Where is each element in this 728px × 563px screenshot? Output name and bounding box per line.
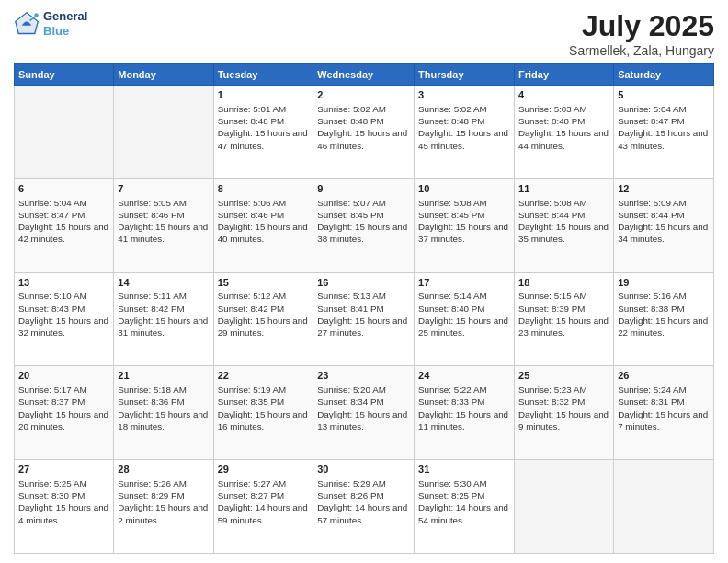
day-info: Sunrise: 5:10 AM Sunset: 8:43 PM Dayligh…	[18, 290, 109, 339]
calendar-cell	[15, 86, 114, 179]
calendar-cell	[614, 460, 714, 554]
calendar-week-4: 20Sunrise: 5:17 AM Sunset: 8:37 PM Dayli…	[15, 366, 714, 460]
weekday-header-wednesday: Wednesday	[313, 64, 415, 86]
day-number: 5	[618, 88, 710, 102]
day-info: Sunrise: 5:14 AM Sunset: 8:40 PM Dayligh…	[418, 290, 510, 339]
calendar-cell: 18Sunrise: 5:15 AM Sunset: 8:39 PM Dayli…	[515, 272, 614, 366]
day-number: 7	[118, 182, 209, 196]
calendar-cell: 3Sunrise: 5:02 AM Sunset: 8:48 PM Daylig…	[415, 86, 515, 179]
page: General Blue July 2025 Sarmellek, Zala, …	[0, 0, 728, 563]
day-number: 20	[18, 369, 109, 383]
calendar-week-2: 6Sunrise: 5:04 AM Sunset: 8:47 PM Daylig…	[15, 178, 714, 272]
header: General Blue July 2025 Sarmellek, Zala, …	[14, 9, 714, 58]
day-number: 29	[218, 463, 310, 477]
day-number: 6	[18, 182, 109, 196]
day-number: 26	[618, 369, 710, 383]
logo-text: General Blue	[43, 9, 87, 38]
day-number: 17	[418, 276, 510, 290]
day-info: Sunrise: 5:19 AM Sunset: 8:35 PM Dayligh…	[218, 384, 310, 432]
day-info: Sunrise: 5:16 AM Sunset: 8:38 PM Dayligh…	[618, 290, 710, 339]
day-info: Sunrise: 5:04 AM Sunset: 8:47 PM Dayligh…	[18, 197, 109, 246]
calendar-week-5: 27Sunrise: 5:25 AM Sunset: 8:30 PM Dayli…	[15, 460, 714, 554]
calendar-cell: 15Sunrise: 5:12 AM Sunset: 8:42 PM Dayli…	[213, 272, 313, 366]
calendar-cell: 11Sunrise: 5:08 AM Sunset: 8:44 PM Dayli…	[515, 178, 614, 272]
day-info: Sunrise: 5:24 AM Sunset: 8:31 PM Dayligh…	[618, 384, 710, 432]
day-info: Sunrise: 5:04 AM Sunset: 8:47 PM Dayligh…	[618, 103, 710, 152]
main-title: July 2025	[569, 9, 714, 43]
day-number: 15	[218, 276, 310, 290]
day-info: Sunrise: 5:06 AM Sunset: 8:46 PM Dayligh…	[218, 197, 310, 246]
day-number: 27	[18, 463, 109, 477]
weekday-header-saturday: Saturday	[614, 64, 714, 86]
svg-point-3	[34, 13, 38, 17]
calendar-cell: 20Sunrise: 5:17 AM Sunset: 8:37 PM Dayli…	[15, 366, 114, 460]
day-info: Sunrise: 5:30 AM Sunset: 8:25 PM Dayligh…	[418, 477, 510, 526]
day-number: 10	[418, 182, 510, 196]
day-info: Sunrise: 5:25 AM Sunset: 8:30 PM Dayligh…	[18, 477, 109, 526]
calendar-cell: 22Sunrise: 5:19 AM Sunset: 8:35 PM Dayli…	[213, 366, 313, 460]
calendar-cell: 19Sunrise: 5:16 AM Sunset: 8:38 PM Dayli…	[614, 272, 714, 366]
day-number: 25	[518, 369, 609, 383]
day-number: 18	[518, 276, 609, 290]
day-info: Sunrise: 5:23 AM Sunset: 8:32 PM Dayligh…	[518, 384, 609, 432]
weekday-header-monday: Monday	[114, 64, 213, 86]
day-number: 4	[518, 88, 609, 102]
calendar-cell: 25Sunrise: 5:23 AM Sunset: 8:32 PM Dayli…	[515, 366, 614, 460]
day-number: 14	[118, 276, 209, 290]
logo: General Blue	[14, 9, 87, 38]
calendar-cell: 6Sunrise: 5:04 AM Sunset: 8:47 PM Daylig…	[15, 178, 114, 272]
day-number: 21	[118, 369, 209, 383]
weekday-header-tuesday: Tuesday	[213, 64, 313, 86]
day-number: 24	[418, 369, 510, 383]
calendar-cell: 24Sunrise: 5:22 AM Sunset: 8:33 PM Dayli…	[415, 366, 515, 460]
day-info: Sunrise: 5:01 AM Sunset: 8:48 PM Dayligh…	[218, 103, 310, 152]
day-info: Sunrise: 5:13 AM Sunset: 8:41 PM Dayligh…	[317, 290, 410, 339]
calendar-cell	[515, 460, 614, 554]
day-number: 8	[218, 182, 310, 196]
calendar-cell: 27Sunrise: 5:25 AM Sunset: 8:30 PM Dayli…	[15, 460, 114, 554]
calendar-cell: 17Sunrise: 5:14 AM Sunset: 8:40 PM Dayli…	[415, 272, 515, 366]
day-number: 28	[118, 463, 209, 477]
day-info: Sunrise: 5:12 AM Sunset: 8:42 PM Dayligh…	[218, 290, 310, 339]
calendar-cell: 13Sunrise: 5:10 AM Sunset: 8:43 PM Dayli…	[15, 272, 114, 366]
calendar-cell: 21Sunrise: 5:18 AM Sunset: 8:36 PM Dayli…	[114, 366, 213, 460]
logo-icon	[14, 11, 40, 37]
calendar-cell	[114, 86, 213, 179]
day-info: Sunrise: 5:03 AM Sunset: 8:48 PM Dayligh…	[518, 103, 609, 152]
calendar-cell: 30Sunrise: 5:29 AM Sunset: 8:26 PM Dayli…	[313, 460, 415, 554]
calendar-cell: 4Sunrise: 5:03 AM Sunset: 8:48 PM Daylig…	[515, 86, 614, 179]
calendar-cell: 7Sunrise: 5:05 AM Sunset: 8:46 PM Daylig…	[114, 178, 213, 272]
day-info: Sunrise: 5:08 AM Sunset: 8:44 PM Dayligh…	[518, 197, 609, 246]
day-info: Sunrise: 5:18 AM Sunset: 8:36 PM Dayligh…	[118, 384, 209, 432]
calendar-cell: 28Sunrise: 5:26 AM Sunset: 8:29 PM Dayli…	[114, 460, 213, 554]
day-number: 9	[317, 182, 410, 196]
title-block: July 2025 Sarmellek, Zala, Hungary	[569, 9, 714, 58]
calendar-cell: 29Sunrise: 5:27 AM Sunset: 8:27 PM Dayli…	[213, 460, 313, 554]
day-number: 16	[317, 276, 410, 290]
calendar-cell: 23Sunrise: 5:20 AM Sunset: 8:34 PM Dayli…	[313, 366, 415, 460]
calendar-cell: 26Sunrise: 5:24 AM Sunset: 8:31 PM Dayli…	[614, 366, 714, 460]
day-number: 12	[618, 182, 710, 196]
calendar-cell: 14Sunrise: 5:11 AM Sunset: 8:42 PM Dayli…	[114, 272, 213, 366]
day-number: 19	[618, 276, 710, 290]
day-info: Sunrise: 5:29 AM Sunset: 8:26 PM Dayligh…	[317, 477, 410, 526]
calendar-cell: 8Sunrise: 5:06 AM Sunset: 8:46 PM Daylig…	[213, 178, 313, 272]
day-number: 3	[418, 88, 510, 102]
calendar-cell: 31Sunrise: 5:30 AM Sunset: 8:25 PM Dayli…	[415, 460, 515, 554]
day-number: 30	[317, 463, 410, 477]
day-info: Sunrise: 5:02 AM Sunset: 8:48 PM Dayligh…	[418, 103, 510, 152]
calendar-cell: 12Sunrise: 5:09 AM Sunset: 8:44 PM Dayli…	[614, 178, 714, 272]
day-number: 31	[418, 463, 510, 477]
weekday-header-friday: Friday	[515, 64, 614, 86]
day-number: 23	[317, 369, 410, 383]
calendar-cell: 2Sunrise: 5:02 AM Sunset: 8:48 PM Daylig…	[313, 86, 415, 179]
day-number: 2	[317, 88, 410, 102]
weekday-header-row: SundayMondayTuesdayWednesdayThursdayFrid…	[15, 64, 714, 86]
day-info: Sunrise: 5:09 AM Sunset: 8:44 PM Dayligh…	[618, 197, 710, 246]
day-info: Sunrise: 5:05 AM Sunset: 8:46 PM Dayligh…	[118, 197, 209, 246]
calendar-cell: 5Sunrise: 5:04 AM Sunset: 8:47 PM Daylig…	[614, 86, 714, 179]
calendar-cell: 16Sunrise: 5:13 AM Sunset: 8:41 PM Dayli…	[313, 272, 415, 366]
day-info: Sunrise: 5:11 AM Sunset: 8:42 PM Dayligh…	[118, 290, 209, 339]
weekday-header-thursday: Thursday	[415, 64, 515, 86]
calendar-cell: 1Sunrise: 5:01 AM Sunset: 8:48 PM Daylig…	[213, 86, 313, 179]
